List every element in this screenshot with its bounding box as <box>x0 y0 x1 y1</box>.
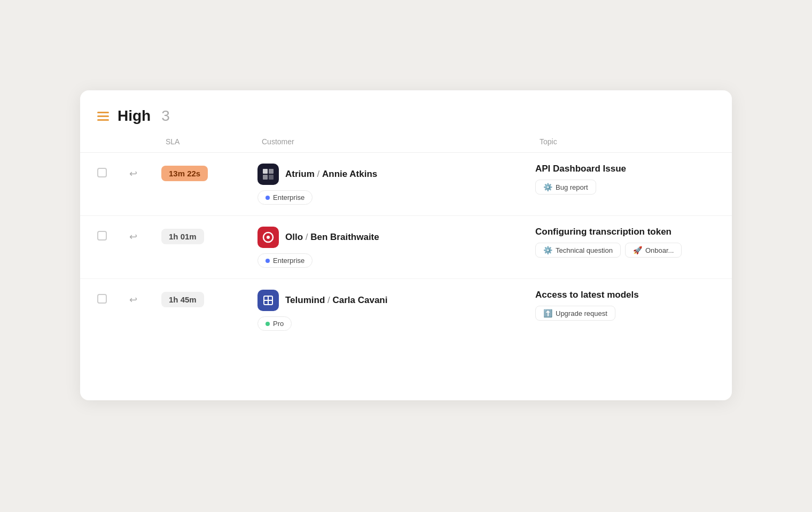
reply-cell-3: ↩ <box>129 290 161 306</box>
sla-cell-1: 13m 22s <box>161 164 257 181</box>
topic-title-3: Access to latest models <box>535 290 715 300</box>
topic-cell-3: Access to latest models ⬆️ Upgrade reque… <box>535 290 715 321</box>
reply-icon-2[interactable]: ↩ <box>129 231 137 243</box>
customer-name-2: Ollo / Ben Braithwaite <box>285 232 379 243</box>
panel-count: 3 <box>161 107 170 125</box>
topic-tag-1-0: ⚙️ Bug report <box>535 180 596 195</box>
topic-tag-3-0: ⬆️ Upgrade request <box>535 306 615 321</box>
sla-cell-2: 1h 01m <box>161 227 257 244</box>
customer-name-1: Atrium / Annie Atkins <box>285 169 377 180</box>
reply-icon-3[interactable]: ↩ <box>129 294 137 306</box>
table-row: ↩ 1h 01m Ollo / Ben Braithwaite <box>80 216 732 279</box>
avatar-2 <box>257 227 279 248</box>
customer-cell-1: Atrium / Annie Atkins Enterprise <box>257 164 535 205</box>
upgrade-icon: ⬆️ <box>543 309 552 317</box>
svg-rect-2 <box>263 175 268 180</box>
checkbox-cell-2 <box>97 227 129 241</box>
customer-name-row-1: Atrium / Annie Atkins <box>257 164 535 185</box>
topic-tag-2-0: ⚙️ Technical question <box>535 243 621 258</box>
bug-icon: ⚙️ <box>543 183 552 191</box>
topic-tag-2-1: 🚀 Onboar... <box>625 243 682 258</box>
panel-header: High 3 <box>80 107 732 137</box>
sla-badge-2: 1h 01m <box>161 229 204 244</box>
tier-dot-3 <box>266 322 270 326</box>
hamburger-icon[interactable] <box>97 112 109 121</box>
sla-cell-3: 1h 45m <box>161 290 257 307</box>
topic-cell-1: API Dashboard Issue ⚙️ Bug report <box>535 164 715 195</box>
table-row: ↩ 1h 45m Telumind / Carla Cavani <box>80 279 732 342</box>
svg-point-5 <box>267 236 270 239</box>
tier-dot-2 <box>266 259 270 263</box>
table-header: SLA Customer Topic <box>80 137 732 153</box>
col-header-customer: Customer <box>257 137 535 146</box>
panel-title: High <box>118 107 151 125</box>
row-2-checkbox[interactable] <box>97 231 107 241</box>
tier-badge-2: Enterprise <box>257 253 313 268</box>
customer-name-3: Telumind / Carla Cavani <box>285 295 387 306</box>
col-header-sla: SLA <box>161 137 257 146</box>
topic-tags-1: ⚙️ Bug report <box>535 180 715 195</box>
topic-tags-2: ⚙️ Technical question 🚀 Onboar... <box>535 243 715 258</box>
topic-tags-3: ⬆️ Upgrade request <box>535 306 715 321</box>
avatar-3 <box>257 290 279 311</box>
customer-cell-3: Telumind / Carla Cavani Pro <box>257 290 535 331</box>
customer-name-row-3: Telumind / Carla Cavani <box>257 290 535 311</box>
reply-cell-2: ↩ <box>129 227 161 243</box>
technical-icon: ⚙️ <box>543 246 552 254</box>
header-reply-col <box>129 137 161 146</box>
customer-cell-2: Ollo / Ben Braithwaite Enterprise <box>257 227 535 268</box>
header-checkbox-col <box>97 137 129 146</box>
checkbox-cell-3 <box>97 290 129 304</box>
col-header-topic: Topic <box>535 137 715 146</box>
row-3-checkbox[interactable] <box>97 294 107 304</box>
tier-badge-3: Pro <box>257 316 292 331</box>
svg-rect-1 <box>269 169 274 174</box>
tier-badge-1: Enterprise <box>257 190 313 205</box>
onboard-icon: 🚀 <box>633 246 642 254</box>
customer-name-row-2: Ollo / Ben Braithwaite <box>257 227 535 248</box>
main-panel: High 3 SLA Customer Topic ↩ 13m 22s <box>80 90 732 400</box>
topic-title-2: Configuring transcription token <box>535 227 715 237</box>
checkbox-cell-1 <box>97 164 129 177</box>
reply-icon-1[interactable]: ↩ <box>129 168 137 180</box>
avatar-1 <box>257 164 279 185</box>
svg-rect-3 <box>269 175 274 180</box>
topic-cell-2: Configuring transcription token ⚙️ Techn… <box>535 227 715 258</box>
table-row: ↩ 13m 22s Atrium / Annie Atkins <box>80 153 732 216</box>
reply-cell-1: ↩ <box>129 164 161 180</box>
tier-dot-1 <box>266 196 270 200</box>
topic-title-1: API Dashboard Issue <box>535 164 715 174</box>
sla-badge-3: 1h 45m <box>161 292 204 307</box>
svg-rect-0 <box>263 169 268 174</box>
row-1-checkbox[interactable] <box>97 168 107 177</box>
sla-badge-1: 13m 22s <box>161 166 208 181</box>
